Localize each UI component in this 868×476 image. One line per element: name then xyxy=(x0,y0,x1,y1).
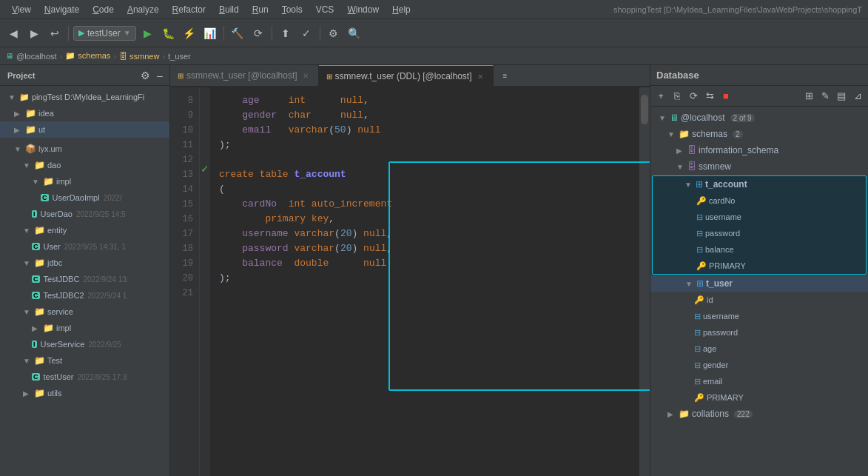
db-item-t-user-email[interactable]: ⊟ email xyxy=(650,373,868,389)
menu-run[interactable]: Run xyxy=(246,3,275,16)
db-edit-button[interactable]: ✎ xyxy=(818,89,832,104)
db-item-schemas[interactable]: ▼ 📁 schemas 2 xyxy=(650,126,868,142)
profile-button[interactable]: 📊 xyxy=(201,24,219,42)
db-item-t-user-gender[interactable]: ⊟ gender xyxy=(650,357,868,373)
left-panel-collapse[interactable]: – xyxy=(153,69,166,82)
breadcrumb-schemas[interactable]: 📁 schemas xyxy=(65,51,110,61)
tree-item-utils[interactable]: ▶ 📁 utils xyxy=(0,385,169,401)
build-button[interactable]: 🔨 xyxy=(229,24,246,42)
breadcrumb: 🖥 @localhost › 📁 schemas › 🗄 ssmnew › t_… xyxy=(0,47,868,65)
db-item-t-account[interactable]: ▼ ⊞ t_account xyxy=(653,176,866,192)
scroll-thumb[interactable] xyxy=(641,95,648,124)
tree-item-userdaoimpl[interactable]: C UserDaoImpl 2022/ xyxy=(0,190,169,206)
search-everywhere-button[interactable]: 🔍 xyxy=(346,24,363,42)
db-item-t-user-primary[interactable]: 🔑 PRIMARY xyxy=(650,389,868,406)
tree-item-impl-dao[interactable]: ▼ 📁 impl xyxy=(0,173,169,190)
menu-tools[interactable]: Tools xyxy=(276,3,309,16)
left-panel-options[interactable]: ⚙ xyxy=(138,69,152,82)
db-item-t-user-age[interactable]: ⊟ age xyxy=(650,341,868,357)
vcs-commit-button[interactable]: ✓ xyxy=(297,24,315,42)
schema-label: information_schema xyxy=(699,145,778,155)
db-grid-button[interactable]: ⊞ xyxy=(801,89,816,104)
db-refresh-button[interactable]: ⟳ xyxy=(686,89,701,104)
tree-label: TestJDBC xyxy=(44,275,80,284)
breadcrumb-ssmnew[interactable]: 🗄 ssmnew xyxy=(119,52,159,61)
tree-item-lyx-um[interactable]: ▼ 📦 lyx.um xyxy=(0,141,169,157)
tab-list-button[interactable]: ≡ xyxy=(497,67,514,84)
db-item-ssmnew[interactable]: ▼ 🗄 ssmnew xyxy=(650,158,868,175)
coverage-button[interactable]: ⚡ xyxy=(181,24,198,42)
menu-refactor[interactable]: Refactor xyxy=(166,3,212,16)
tree-item-root[interactable]: ▼ 📁 pingTest D:\MyIdea_LearningFi xyxy=(0,89,169,105)
breadcrumb-t_user[interactable]: t_user xyxy=(168,52,191,61)
tab-t-user-data[interactable]: ⊞ ssmnew.t_user [@localhost] ✕ xyxy=(170,65,319,87)
tree-item-entity[interactable]: ▼ 📁 entity xyxy=(0,222,169,238)
settings-button[interactable]: ⚙ xyxy=(325,24,343,42)
tree-item-test[interactable]: ▼ 📁 Test xyxy=(0,352,169,369)
expand-arrow: ▼ xyxy=(8,93,17,101)
menu-analyze[interactable]: Analyze xyxy=(121,3,165,16)
debug-button[interactable]: 🐛 xyxy=(160,24,178,42)
run-button[interactable]: ▶ xyxy=(139,24,157,42)
db-item-t-account-primary[interactable]: 🔑 PRIMARY xyxy=(653,258,866,274)
menu-view[interactable]: View xyxy=(6,3,37,16)
db-item-collations[interactable]: ▶ 📁 collations 222 xyxy=(650,406,868,422)
tree-item-testjdbc[interactable]: C TestJDBC 2022/9/24 13: xyxy=(0,271,169,287)
db-item-t-account-password[interactable]: ⊟ password xyxy=(653,225,866,241)
nav-back-button[interactable]: ◀ xyxy=(4,24,22,42)
menu-navigate[interactable]: Navigate xyxy=(38,3,85,16)
db-add-button[interactable]: + xyxy=(653,89,668,104)
file-meta: 2022/9/25 17:3 xyxy=(77,373,127,381)
menu-code[interactable]: Code xyxy=(87,3,120,16)
tab-close-button[interactable]: ✕ xyxy=(475,71,485,81)
tree-item-testuser[interactable]: C testUser 2022/9/25 17:3 xyxy=(0,369,169,385)
database-toolbar: + ⎘ ⟳ ⇆ ■ ⊞ ✎ ▤ ⊿ xyxy=(650,86,868,107)
db-item-t-account-balance[interactable]: ⊟ balance xyxy=(653,241,866,258)
tab-label: ssmnew.t_user (DDL) [@localhost] xyxy=(335,71,472,81)
vcs-update-button[interactable]: ⬆ xyxy=(277,24,295,42)
tree-label: entity xyxy=(47,226,67,235)
table-label: t_user xyxy=(706,278,733,289)
db-item-t-user[interactable]: ▼ ⊞ t_user xyxy=(650,275,868,292)
tree-item-dao[interactable]: ▼ 📁 dao xyxy=(0,157,169,173)
db-item-t-account-username[interactable]: ⊟ username xyxy=(653,209,866,225)
tree-item-ut[interactable]: ▶ 📁 ut xyxy=(0,121,169,138)
db-console-button[interactable]: ▤ xyxy=(834,89,849,104)
tree-item-idea[interactable]: ▶ 📁 idea xyxy=(0,105,169,121)
code-line-20: ); xyxy=(219,271,641,286)
tree-label: User xyxy=(44,242,61,251)
tab-t-user-ddl[interactable]: ⊞ ssmnew.t_user (DDL) [@localhost] ✕ xyxy=(319,65,494,87)
tab-close-button[interactable]: ✕ xyxy=(300,70,311,81)
db-filter-button[interactable]: ⊿ xyxy=(850,89,865,104)
rebuild-button[interactable]: ⟳ xyxy=(249,24,267,42)
menu-window[interactable]: Window xyxy=(341,3,385,16)
db-copy-button[interactable]: ⎘ xyxy=(670,89,684,104)
tree-item-testjdbc2[interactable]: C TestJDBC2 2022/9/24 1 xyxy=(0,287,169,304)
db-item-id[interactable]: 🔑 id xyxy=(650,292,868,308)
breadcrumb-localhost[interactable]: @localhost xyxy=(16,52,57,61)
menu-build[interactable]: Build xyxy=(213,3,245,16)
tree-item-user[interactable]: C User 2022/9/25 14:31, 1 xyxy=(0,238,169,255)
db-item-localhost[interactable]: ▼ 🖥 @localhost 2 of 9 xyxy=(650,110,868,126)
tree-item-userservice[interactable]: I UserService 2022/9/25 xyxy=(0,336,169,352)
run-config[interactable]: ▶ testUser ▼ xyxy=(73,26,136,41)
db-item-t-user-password[interactable]: ⊟ password xyxy=(650,324,868,341)
tree-label: service xyxy=(47,307,73,316)
col-label: balance xyxy=(705,245,734,254)
nav-forward-button[interactable]: ▶ xyxy=(25,24,43,42)
db-compare-button[interactable]: ⇆ xyxy=(702,89,717,104)
menu-vcs[interactable]: VCS xyxy=(310,3,340,16)
db-item-cardno[interactable]: 🔑 cardNo xyxy=(653,192,866,209)
editor-scrollbar[interactable] xyxy=(639,87,650,476)
tree-item-userdao[interactable]: I UserDao 2022/9/25 14:5 xyxy=(0,206,169,222)
menu-help[interactable]: Help xyxy=(386,3,417,16)
db-stop-button[interactable]: ■ xyxy=(719,89,733,104)
db-item-t-user-username[interactable]: ⊟ username xyxy=(650,308,868,324)
tree-item-service[interactable]: ▼ 📁 service xyxy=(0,304,169,320)
code-editor[interactable]: age int null, gender char null, email va… xyxy=(210,87,650,476)
nav-recent-button[interactable]: ↩ xyxy=(46,24,64,42)
db-item-information-schema[interactable]: ▶ 🗄 information_schema xyxy=(650,142,868,158)
tree-item-impl-service[interactable]: ▶ 📁 impl xyxy=(0,320,169,336)
key-label: PRIMARY xyxy=(707,393,744,402)
tree-item-jdbc[interactable]: ▼ 📁 jdbc xyxy=(0,255,169,271)
